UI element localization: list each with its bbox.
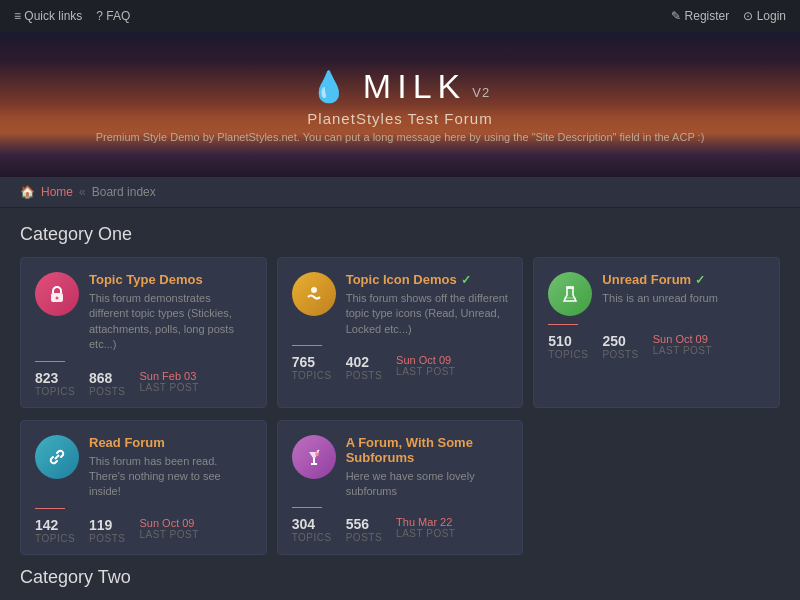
stat-topics: 823 Topics xyxy=(35,370,75,397)
svg-point-2 xyxy=(311,287,317,293)
forum-stats-subforums: 304 Topics 556 Posts Thu Mar 22 Last pos… xyxy=(292,516,509,543)
forum-card-header: Read Forum This forum has been read. The… xyxy=(35,435,252,500)
breadcrumb-home-link[interactable]: Home xyxy=(41,185,73,199)
forum-stats-unread: 510 Topics 250 Posts Sun Oct 09 Last pos… xyxy=(548,333,765,360)
hero-banner: 💧 MILK v2 PlanetStyles Test Forum Premiu… xyxy=(0,32,800,177)
forum-name-unread: Unread Forum ✓ xyxy=(602,272,765,287)
breadcrumb-current: Board index xyxy=(92,185,156,199)
forum-card-unread-forum[interactable]: Unread Forum ✓ This is an unread forum 5… xyxy=(533,257,780,408)
forum-divider xyxy=(292,507,322,508)
forum-card-topic-icon-demos[interactable]: Topic Icon Demos ✓ This forum shows off … xyxy=(277,257,524,408)
forum-icon-unread xyxy=(548,272,592,316)
logo-drop-icon: 💧 xyxy=(310,69,353,104)
stat-lastpost: Sun Oct 09 Last post xyxy=(139,517,198,544)
forum-info-topic-type: Topic Type Demos This forum demonstrates… xyxy=(89,272,252,353)
stat-posts: 119 Posts xyxy=(89,517,125,544)
forum-name-read: Read Forum xyxy=(89,435,252,450)
forum-desc-topic-type: This forum demonstrates different topic … xyxy=(89,291,252,353)
quicklinks-link[interactable]: ≡ Quick links xyxy=(14,9,82,23)
check-icon: ✓ xyxy=(695,273,705,287)
main-content: Category One Topic Type Demos xyxy=(0,208,800,600)
lock-icon xyxy=(46,283,68,305)
stat-topics: 304 Topics xyxy=(292,516,332,543)
topnav-left: ≡ Quick links ? FAQ xyxy=(14,9,130,23)
forum-stats-topic-type: 823 Topics 868 Posts Sun Feb 03 Last pos… xyxy=(35,370,252,397)
stat-topics: 765 Topics xyxy=(292,354,332,381)
forum-icon-read xyxy=(35,435,79,479)
forum-card-header: Unread Forum ✓ This is an unread forum xyxy=(548,272,765,316)
forum-card-header: A Forum, With Some Subforums Here we hav… xyxy=(292,435,509,500)
breadcrumb: 🏠 Home « Board index xyxy=(0,177,800,208)
category-one: Category One Topic Type Demos xyxy=(20,224,780,555)
swim-icon xyxy=(303,283,325,305)
flask-icon xyxy=(559,283,581,305)
stat-lastpost: Sun Oct 09 Last post xyxy=(653,333,712,360)
stat-posts: 556 Posts xyxy=(346,516,382,543)
svg-point-1 xyxy=(56,297,59,300)
forum-info-topic-icon: Topic Icon Demos ✓ This forum shows off … xyxy=(346,272,509,337)
forum-info-unread: Unread Forum ✓ This is an unread forum xyxy=(602,272,765,306)
stat-posts: 250 Posts xyxy=(602,333,638,360)
top-navigation: ≡ Quick links ? FAQ ✎ Register ⊙ Login xyxy=(0,0,800,32)
login-link[interactable]: ⊙ Login xyxy=(743,9,786,23)
forum-icon-subforums xyxy=(292,435,336,479)
stat-lastpost: Sun Oct 09 Last post xyxy=(396,354,455,381)
topnav-right: ✎ Register ⊙ Login xyxy=(671,9,786,23)
register-link[interactable]: ✎ Register xyxy=(671,9,729,23)
category-two: Category Two xyxy=(20,567,780,588)
forum-info-subforums: A Forum, With Some Subforums Here we hav… xyxy=(346,435,509,500)
forum-name-topic-type: Topic Type Demos xyxy=(89,272,252,287)
forum-name-topic-icon: Topic Icon Demos ✓ xyxy=(346,272,509,287)
forum-desc-unread: This is an unread forum xyxy=(602,291,765,306)
svg-point-4 xyxy=(315,452,319,456)
forum-name-subforums: A Forum, With Some Subforums xyxy=(346,435,509,465)
link-icon xyxy=(46,446,68,468)
forum-divider xyxy=(292,345,322,346)
forum-grid-row1: Topic Type Demos This forum demonstrates… xyxy=(20,257,780,408)
forum-desc-subforums: Here we have some lovely subforums xyxy=(346,469,509,500)
logo-text: MILK xyxy=(363,67,466,106)
forum-info-read: Read Forum This forum has been read. The… xyxy=(89,435,252,500)
stat-posts: 402 Posts xyxy=(346,354,382,381)
faq-link[interactable]: ? FAQ xyxy=(96,9,130,23)
site-description: Premium Style Demo by PlanetStyles.net. … xyxy=(76,131,725,143)
category-one-title: Category One xyxy=(20,224,780,245)
stat-lastpost: Thu Mar 22 Last post xyxy=(396,516,455,543)
site-subtitle: PlanetStyles Test Forum xyxy=(307,110,492,127)
breadcrumb-home-icon: 🏠 xyxy=(20,185,35,199)
forum-card-topic-type-demos[interactable]: Topic Type Demos This forum demonstrates… xyxy=(20,257,267,408)
forum-card-read-forum[interactable]: Read Forum This forum has been read. The… xyxy=(20,420,267,555)
forum-stats-read: 142 Topics 119 Posts Sun Oct 09 Last pos… xyxy=(35,517,252,544)
forum-divider xyxy=(548,324,578,325)
forum-divider xyxy=(35,508,65,509)
forum-grid-row2: Read Forum This forum has been read. The… xyxy=(20,420,780,555)
site-logo: 💧 MILK v2 xyxy=(310,67,490,106)
breadcrumb-separator: « xyxy=(79,185,86,199)
forum-card-header: Topic Type Demos This forum demonstrates… xyxy=(35,272,252,353)
cocktail-icon xyxy=(303,446,325,468)
stat-topics: 510 Topics xyxy=(548,333,588,360)
stat-topics: 142 Topics xyxy=(35,517,75,544)
forum-desc-topic-icon: This forum shows off the different topic… xyxy=(346,291,509,337)
logo-version: v2 xyxy=(472,85,490,100)
forum-divider xyxy=(35,361,65,362)
svg-rect-3 xyxy=(566,286,574,289)
forum-card-header: Topic Icon Demos ✓ This forum shows off … xyxy=(292,272,509,337)
forum-icon-topic-type xyxy=(35,272,79,316)
forum-card-subforums[interactable]: A Forum, With Some Subforums Here we hav… xyxy=(277,420,524,555)
check-icon: ✓ xyxy=(461,273,471,287)
forum-stats-topic-icon: 765 Topics 402 Posts Sun Oct 09 Last pos… xyxy=(292,354,509,381)
stat-lastpost: Sun Feb 03 Last post xyxy=(139,370,198,397)
forum-desc-read: This forum has been read. There's nothin… xyxy=(89,454,252,500)
category-two-title: Category Two xyxy=(20,567,780,588)
stat-posts: 868 Posts xyxy=(89,370,125,397)
forum-icon-topic-icon xyxy=(292,272,336,316)
